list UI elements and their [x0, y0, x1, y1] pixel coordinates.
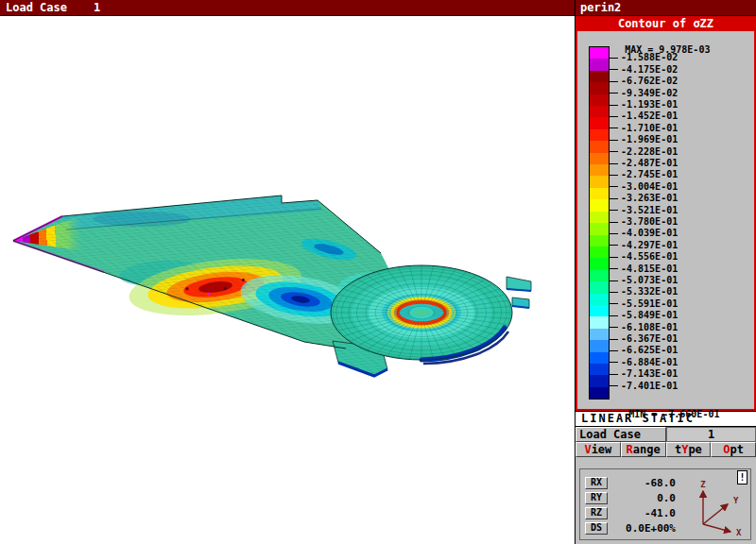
legend-tick [610, 105, 618, 106]
legend-band [590, 47, 609, 59]
orientation-triad: Z Y X [688, 479, 748, 537]
legend-tick [610, 339, 618, 340]
button-type[interactable]: tYpe [666, 442, 712, 457]
legend-band [590, 352, 609, 364]
control-panel: perin2 Contour of σZZ MAX =9.978E-03 -1.… [575, 0, 756, 544]
legend-tick [610, 350, 618, 351]
legend-tick [610, 327, 618, 328]
legend-tick [610, 163, 618, 164]
legend-band [590, 223, 609, 234]
legend-value: -3.263E-01 [621, 194, 678, 203]
legend-min-line: MIN =-7.660E-01 [594, 399, 719, 430]
legend-band [590, 340, 609, 351]
legend-value: -5.073E-01 [621, 276, 678, 285]
legend-value: -3.780E-01 [621, 217, 678, 227]
legend-value: -6.762E-02 [621, 76, 678, 86]
legend-band [590, 364, 609, 375]
legend-value: -7.143E-01 [621, 369, 678, 379]
legend-tick [610, 186, 618, 187]
legend-value: -6.884E-01 [621, 358, 678, 367]
load-case-titlebar: Load Case1 [0, 0, 575, 16]
legend-value: -2.745E-01 [621, 170, 678, 179]
legend-min-value: -7.660E-01 [662, 409, 719, 419]
legend-tick [610, 198, 618, 199]
button-range[interactable]: Range [621, 442, 666, 457]
triad-y-label: Y [733, 496, 739, 505]
legend-colorbar [589, 46, 610, 400]
legend-tick [610, 81, 618, 82]
legend-tick [610, 128, 618, 128]
rz-button[interactable]: RZ [585, 507, 608, 519]
transform-panel: RX-68.0RY0.0RZ-41.0DS0.0E+00% ! Z Y X [579, 468, 751, 540]
legend-band [590, 329, 609, 340]
legend-tick [610, 93, 618, 94]
legend-value: -5.849E-01 [621, 311, 678, 320]
ds-button[interactable]: DS [585, 522, 608, 535]
legend-value: -4.815E-01 [621, 264, 678, 274]
legend-value: -5.332E-01 [621, 287, 678, 297]
legend-value: -3.004E-01 [621, 182, 678, 192]
legend-value: -3.521E-01 [621, 206, 678, 215]
transform-row: RY0.0 [585, 490, 689, 505]
legend-value: -1.710E-01 [621, 124, 678, 133]
triad-x-label: X [736, 528, 742, 537]
load-case-number: 1 [94, 1, 100, 14]
legend-tick [610, 257, 618, 258]
legend-tick [610, 315, 618, 316]
rx-button[interactable]: RX [585, 477, 608, 489]
legend-tick [610, 268, 618, 269]
legend-tick [610, 245, 618, 246]
legend-value: -2.487E-01 [621, 159, 678, 168]
legend-band [590, 106, 609, 117]
legend-band [590, 235, 609, 246]
transform-row: DS0.0E+00% [585, 520, 689, 536]
legend-band [590, 153, 609, 164]
legend-tick [610, 292, 618, 293]
legend-band [590, 141, 609, 152]
legend-tick [610, 175, 618, 176]
legend-value: -5.591E-01 [621, 299, 678, 309]
legend-band [590, 375, 609, 386]
button-view[interactable]: View [576, 442, 621, 457]
legend-band [590, 164, 609, 176]
legend-band [590, 270, 609, 281]
legend-tick [610, 69, 618, 70]
command-button-row: ViewRangetYpeOpt [576, 442, 756, 457]
legend-band [590, 117, 609, 128]
legend-value: -4.175E-02 [621, 65, 678, 75]
legend-band [590, 281, 609, 293]
button-opt[interactable]: Opt [711, 442, 756, 457]
contour-legend: MAX =9.978E-03 -1.588E-02-4.175E-02-6.76… [576, 31, 756, 411]
legend-band [590, 305, 609, 316]
legend-value: -1.969E-01 [621, 135, 678, 144]
legend-band [590, 188, 609, 199]
rx-value: -68.0 [613, 477, 676, 489]
legend-min-label: MIN = [628, 409, 657, 419]
legend-tick [610, 116, 618, 117]
contour-title-bar: Contour of σZZ [576, 16, 756, 31]
legend-band [590, 246, 609, 258]
model-name-bar: perin2 [576, 0, 756, 16]
legend-value: -7.401E-01 [621, 382, 678, 391]
legend-band [590, 258, 609, 269]
legend-tick [610, 210, 618, 211]
legend-value: -4.556E-01 [621, 252, 678, 262]
triad-z-label: Z [700, 480, 706, 489]
legend-band [590, 129, 609, 141]
fea-model-drawing [0, 16, 575, 544]
legend-tick [610, 280, 618, 281]
legend-value: -2.228E-01 [621, 147, 678, 157]
ry-button[interactable]: RY [585, 492, 608, 504]
legend-value: -1.193E-01 [621, 100, 678, 110]
model-viewport[interactable] [0, 16, 575, 544]
legend-value: -6.367E-01 [621, 334, 678, 344]
legend-tick [610, 362, 618, 363]
legend-tick [610, 374, 618, 375]
legend-tick [610, 140, 618, 141]
legend-tick [610, 58, 618, 59]
legend-tick [610, 385, 618, 386]
legend-value: -4.039E-01 [621, 229, 678, 238]
load-case-label: Load Case [6, 1, 67, 14]
legend-tick [610, 233, 618, 234]
legend-band [590, 212, 609, 223]
